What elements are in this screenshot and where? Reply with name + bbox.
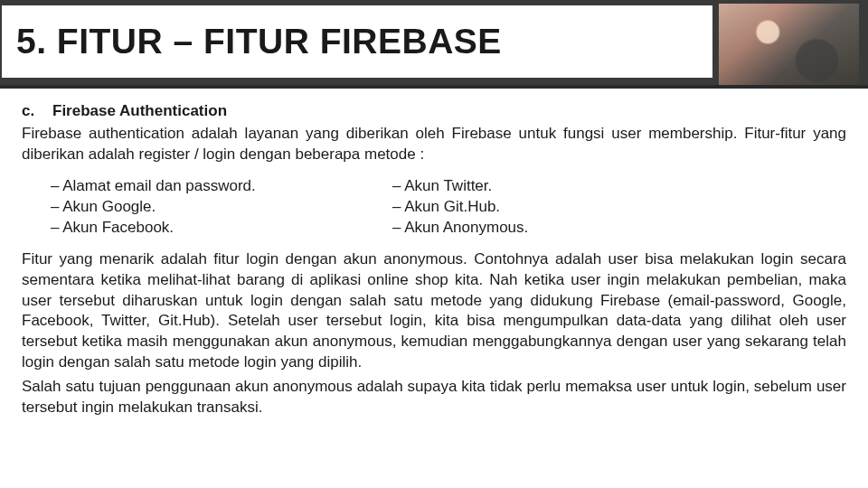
section-letter: c. xyxy=(22,101,52,122)
bullet-item: – Akun Google. xyxy=(51,197,392,218)
bullet-item: – Akun Facebook. xyxy=(51,218,392,239)
paragraph-2: Salah satu tujuan penggunaan akun anonym… xyxy=(22,377,846,418)
slide: 5. FITUR – FITUR FIREBASE c.Firebase Aut… xyxy=(0,0,868,488)
section-intro: Firebase authentication adalah layanan y… xyxy=(22,124,846,165)
bullet-item: – Alamat email dan password. xyxy=(51,176,392,197)
title-card: 5. FITUR – FITUR FIREBASE xyxy=(0,4,714,80)
header-bar: 5. FITUR – FITUR FIREBASE xyxy=(0,0,868,89)
bullet-item: – Akun Twitter. xyxy=(392,176,528,197)
section-heading: c.Firebase Authentication xyxy=(22,101,846,122)
bullet-columns: – Alamat email dan password. – Akun Goog… xyxy=(22,176,846,239)
paragraph-1: Fitur yang menarik adalah fitur login de… xyxy=(22,249,846,374)
decorative-photo xyxy=(719,4,859,85)
bullet-col-left: – Alamat email dan password. – Akun Goog… xyxy=(22,176,392,239)
content-area: c.Firebase Authentication Firebase authe… xyxy=(22,101,846,418)
bullet-item: – Akun Anonymous. xyxy=(392,218,528,239)
bullet-col-right: – Akun Twitter. – Akun Git.Hub. – Akun A… xyxy=(392,176,528,239)
bullet-item: – Akun Git.Hub. xyxy=(392,197,528,218)
slide-title: 5. FITUR – FITUR FIREBASE xyxy=(16,22,502,61)
section-title: Firebase Authentication xyxy=(52,102,227,119)
